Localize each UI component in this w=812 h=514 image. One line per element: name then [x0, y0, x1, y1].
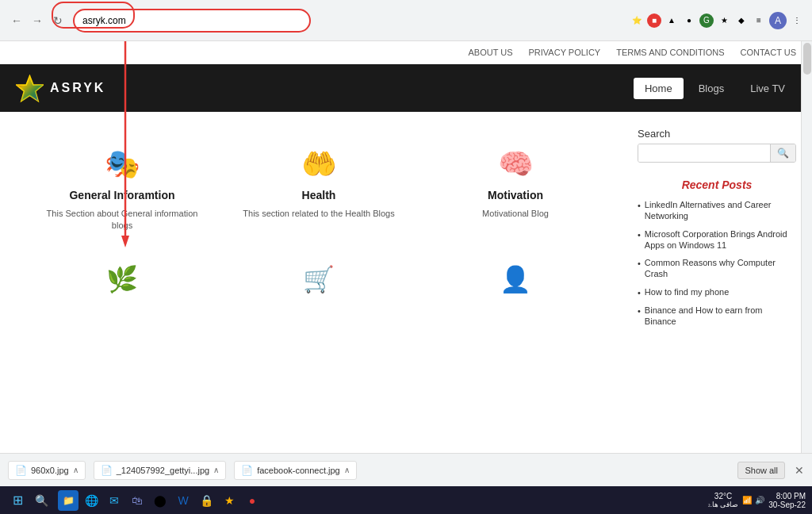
- bottom-cat-2[interactable]: 🛒: [228, 256, 409, 302]
- category-card-health[interactable]: 🤲 Health This section related to the Hea…: [228, 136, 409, 244]
- logo-star-icon: [16, 75, 44, 102]
- download-filename-1: 960x0.jpg: [31, 466, 69, 475]
- logo-text: ASRYK: [50, 81, 105, 95]
- download-filename-3: facebook-connect.jpg: [257, 466, 340, 475]
- motivation-title: Motivation: [433, 189, 598, 201]
- scrollbar-thumb[interactable]: [803, 43, 811, 75]
- ext-icon-5: ★: [717, 13, 731, 28]
- bookmark-icon: ⭐: [630, 13, 644, 28]
- file-icon-1: 📄: [15, 465, 27, 476]
- categories-grid: 🎭 General Inforamtion This Section about…: [16, 128, 622, 252]
- start-button[interactable]: ⊞: [6, 489, 29, 512]
- weather-temp: 32°C: [714, 492, 732, 501]
- about-us-link[interactable]: ABOUT US: [468, 48, 512, 57]
- profile-icon: A: [769, 12, 787, 29]
- recent-post-2[interactable]: • Microsoft Corporation Brings Android A…: [638, 228, 796, 251]
- general-desc: This Section about General information b…: [40, 208, 205, 232]
- website-content: ABOUT US PRIVACY POLICY TERMS AND CONDIT…: [0, 41, 812, 453]
- forward-button[interactable]: →: [29, 12, 46, 29]
- recent-post-5[interactable]: • Binance and How to earn from Binance: [638, 305, 796, 328]
- nav-buttons: ← → ↻: [8, 12, 67, 29]
- ext-icon-2: ▲: [665, 13, 679, 28]
- recent-post-1[interactable]: • LinkedIn Alternatives and Career Netwo…: [638, 199, 796, 222]
- bottom-icon-2: 🛒: [236, 264, 401, 294]
- nav-blogs[interactable]: Blogs: [688, 78, 736, 99]
- address-bar-wrapper: [73, 9, 311, 33]
- file-icon-2: 📄: [101, 465, 113, 476]
- bottom-icon-3: 👤: [433, 264, 598, 294]
- browser-chrome: ← → ↻ ⭐ ■ ▲ ● G ★ ◆ ≡ A ⋮: [0, 0, 812, 41]
- motivation-icon: 🧠: [433, 148, 598, 181]
- recent-post-text-4: How to find my phone: [645, 286, 729, 297]
- taskbar: ⊞ 🔍 📁 🌐 ✉ 🛍 ⬤ W 🔒 ★ ● 32°C صافی ھاۓ 📶 🔊 …: [0, 486, 812, 514]
- privacy-policy-link[interactable]: PRIVACY POLICY: [529, 48, 601, 57]
- download-item-2: 📄 _124057992_gettyi...jpg ∧: [94, 461, 226, 480]
- nav-home[interactable]: Home: [634, 78, 684, 99]
- health-desc: This section related to the Health Blogs: [236, 208, 401, 220]
- recent-post-3[interactable]: • Common Reasons why Computer Crash: [638, 257, 796, 280]
- download-bar: 📄 960x0.jpg ∧ 📄 _124057992_gettyi...jpg …: [0, 453, 812, 486]
- browser-icons: ⭐ ■ ▲ ● G ★ ◆ ≡ A ⋮: [630, 12, 804, 29]
- main-content: 🎭 General Inforamtion This Section about…: [16, 128, 622, 334]
- taskbar-app-word[interactable]: W: [173, 490, 193, 511]
- time-date: 8:00 PM 30-Sep-22: [768, 492, 806, 509]
- more-options-icon[interactable]: ⋮: [790, 13, 804, 28]
- taskbar-app-edge[interactable]: 🌐: [81, 490, 102, 511]
- terms-link[interactable]: TERMS AND CONDITIONS: [616, 48, 724, 57]
- bottom-icon-1: 🌿: [40, 264, 205, 294]
- download-item-3: 📄 facebook-connect.jpg ∧: [234, 461, 357, 480]
- main-nav: ASRYK Home Blogs Live TV: [0, 64, 812, 112]
- sidebar: Search 🔍 Recent Posts • LinkedIn Alterna…: [638, 128, 796, 334]
- refresh-button[interactable]: ↻: [49, 12, 67, 29]
- nav-links: Home Blogs Live TV: [634, 78, 796, 99]
- recent-post-text-2: Microsoft Corporation Brings Android App…: [645, 228, 796, 251]
- bullet-icon-3: •: [638, 258, 641, 269]
- taskbar-app-files[interactable]: 📁: [58, 490, 79, 511]
- recent-post-text-1: LinkedIn Alternatives and Career Network…: [645, 199, 796, 222]
- weather-desc: صافی ھاۓ: [708, 501, 739, 508]
- download-chevron-3[interactable]: ∧: [344, 466, 350, 474]
- download-chevron-1[interactable]: ∧: [73, 466, 79, 474]
- health-title: Health: [236, 189, 401, 201]
- recent-post-text-3: Common Reasons why Computer Crash: [645, 257, 796, 280]
- taskbar-app-chrome[interactable]: ⬤: [150, 490, 170, 511]
- download-chevron-2[interactable]: ∧: [213, 466, 219, 474]
- show-all-button[interactable]: Show all: [737, 462, 785, 479]
- nav-live-tv[interactable]: Live TV: [739, 78, 796, 99]
- taskbar-app-7[interactable]: ★: [219, 490, 239, 511]
- contact-us-link[interactable]: CONTACT US: [741, 48, 797, 57]
- content-area: 🎭 General Inforamtion This Section about…: [0, 112, 812, 350]
- search-button[interactable]: 🔍: [770, 144, 795, 162]
- ext-icon-1: ■: [647, 13, 661, 28]
- search-input[interactable]: [638, 144, 770, 162]
- search-section: Search 🔍: [638, 128, 796, 163]
- network-icon: 📶: [742, 496, 752, 504]
- bottom-categories: 🌿 🛒 👤: [16, 252, 622, 310]
- bullet-icon-5: •: [638, 305, 641, 316]
- search-label: Search: [638, 128, 796, 140]
- taskbar-app-mail[interactable]: ✉: [104, 490, 124, 511]
- taskbar-app-6[interactable]: 🔒: [196, 490, 216, 511]
- taskbar-app-store[interactable]: 🛍: [127, 490, 147, 511]
- recent-posts-title: Recent Posts: [638, 178, 796, 191]
- logo: ASRYK: [16, 75, 105, 102]
- weather-widget: 32°C صافی ھاۓ: [708, 492, 739, 508]
- category-card-motivation[interactable]: 🧠 Motivation Motivational Blog: [425, 136, 606, 244]
- file-icon-3: 📄: [241, 465, 253, 476]
- category-card-general[interactable]: 🎭 General Inforamtion This Section about…: [32, 136, 213, 244]
- recent-post-4[interactable]: • How to find my phone: [638, 286, 796, 298]
- taskbar-app-8[interactable]: ●: [242, 490, 262, 511]
- bottom-cat-1[interactable]: 🌿: [32, 256, 213, 302]
- taskbar-right: 32°C صافی ھاۓ 📶 🔊 8:00 PM 30-Sep-22: [708, 492, 806, 509]
- taskbar-search-button[interactable]: 🔍: [33, 492, 50, 509]
- ext-icon-4: G: [699, 13, 714, 28]
- back-button[interactable]: ←: [8, 12, 25, 29]
- date: 30-Sep-22: [768, 501, 806, 509]
- sys-tray: 📶 🔊: [742, 496, 764, 504]
- bullet-icon-4: •: [638, 287, 641, 298]
- close-download-icon[interactable]: ✕: [795, 464, 804, 477]
- search-box: 🔍: [638, 144, 796, 163]
- scrollbar[interactable]: [801, 41, 812, 453]
- address-bar[interactable]: [73, 9, 311, 33]
- bottom-cat-3[interactable]: 👤: [425, 256, 606, 302]
